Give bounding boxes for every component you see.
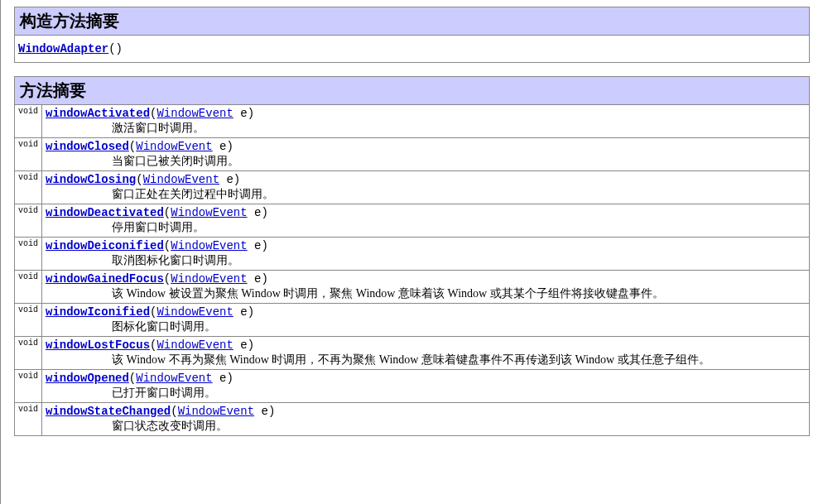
method-link[interactable]: windowIconified [46,305,150,319]
sig-rest: e) [213,140,233,153]
method-summary-section: 方法摘要 voidwindowActivated(WindowEvent e)激… [14,76,810,436]
param-type-link[interactable]: WindowEvent [143,173,219,186]
method-cell: windowOpened(WindowEvent e)已打开窗口时调用。 [42,370,810,403]
return-type: void [15,304,42,337]
table-row: voidwindowGainedFocus(WindowEvent e)该 Wi… [15,271,810,304]
sig-rest: e) [219,173,240,186]
return-type: void [15,370,42,403]
sig-open: ( [171,405,177,418]
sig-rest: e) [248,272,268,286]
sig-open: ( [136,173,142,186]
method-description: 停用窗口时调用。 [46,219,806,235]
param-type-link[interactable]: WindowEvent [136,372,212,385]
sig-rest: e) [233,107,254,120]
sig-open: ( [164,272,171,286]
method-description: 窗口状态改变时调用。 [46,418,806,434]
method-summary-header: 方法摘要 [15,77,810,105]
param-type-link[interactable]: WindowEvent [178,405,254,418]
param-type-link[interactable]: WindowEvent [171,239,247,252]
sig-rest: e) [248,239,268,252]
method-description: 图标化窗口时调用。 [46,319,806,334]
return-type: void [15,138,42,171]
sig-rest: e) [233,338,254,352]
sig-open: ( [129,140,136,153]
return-type: void [15,403,42,436]
sig-open: ( [164,239,171,252]
table-row: voidwindowOpened(WindowEvent e)已打开窗口时调用。 [15,370,810,403]
method-link[interactable]: windowClosing [46,173,136,186]
method-link[interactable]: windowGainedFocus [46,272,164,286]
constructor-summary-section: 构造方法摘要 WindowAdapter() [14,7,810,63]
method-description: 该 Window 不再为聚焦 Window 时调用，不再为聚焦 Window 意… [46,352,806,367]
param-type-link[interactable]: WindowEvent [156,107,233,120]
method-description: 该 Window 被设置为聚焦 Window 时调用，聚焦 Window 意味着… [46,286,806,301]
table-row: voidwindowStateChanged(WindowEvent e)窗口状… [15,403,810,436]
method-link[interactable]: windowDeactivated [46,206,164,219]
method-link[interactable]: windowStateChanged [46,405,171,418]
sig-rest: e) [254,405,275,418]
return-type: void [15,337,42,370]
method-cell: windowActivated(WindowEvent e)激活窗口时调用。 [42,105,810,138]
table-row: voidwindowDeiconified(WindowEvent e)取消图标… [15,238,810,271]
method-cell: windowLostFocus(WindowEvent e)该 Window 不… [42,337,810,370]
method-summary-table: 方法摘要 voidwindowActivated(WindowEvent e)激… [14,76,810,436]
return-type: void [15,105,42,138]
param-type-link[interactable]: WindowEvent [156,305,233,319]
table-row: voidwindowActivated(WindowEvent e)激活窗口时调… [15,105,810,138]
method-cell: windowDeiconified(WindowEvent e)取消图标化窗口时… [42,238,810,271]
method-cell: windowIconified(WindowEvent e)图标化窗口时调用。 [42,304,810,337]
method-link[interactable]: windowOpened [46,372,129,385]
constructor-link[interactable]: WindowAdapter [18,42,108,55]
table-row: WindowAdapter() [15,36,810,63]
method-link[interactable]: windowClosed [46,140,129,153]
table-row: voidwindowClosed(WindowEvent e)当窗口已被关闭时调… [15,138,810,171]
method-description: 激活窗口时调用。 [46,120,806,136]
table-row: voidwindowIconified(WindowEvent e)图标化窗口时… [15,304,810,337]
method-description: 当窗口已被关闭时调用。 [46,153,806,169]
return-type: void [15,238,42,271]
table-row: voidwindowDeactivated(WindowEvent e)停用窗口… [15,204,810,238]
param-type-link[interactable]: WindowEvent [171,272,247,286]
method-link[interactable]: windowLostFocus [46,338,150,352]
sig-open: ( [164,206,171,219]
param-type-link[interactable]: WindowEvent [156,338,233,352]
param-type-link[interactable]: WindowEvent [171,206,247,219]
method-cell: windowDeactivated(WindowEvent e)停用窗口时调用。 [42,204,810,238]
return-type: void [15,171,42,204]
method-cell: windowGainedFocus(WindowEvent e)该 Window… [42,271,810,304]
constructor-summary-header: 构造方法摘要 [15,7,810,36]
sig-open: ( [129,372,136,385]
sig-rest: e) [213,372,233,385]
method-description: 取消图标化窗口时调用。 [46,252,806,268]
return-type: void [15,271,42,304]
table-row: voidwindowClosing(WindowEvent e)窗口正处在关闭过… [15,171,810,204]
method-cell: windowClosed(WindowEvent e)当窗口已被关闭时调用。 [42,138,810,171]
sig-rest: e) [248,206,268,219]
constructor-summary-table: 构造方法摘要 WindowAdapter() [14,7,810,63]
method-description: 窗口正处在关闭过程中时调用。 [46,186,806,202]
return-type: void [15,204,42,238]
method-cell: windowClosing(WindowEvent e)窗口正处在关闭过程中时调… [42,171,810,204]
method-cell: windowStateChanged(WindowEvent e)窗口状态改变时… [42,403,810,436]
method-link[interactable]: windowActivated [46,107,150,120]
param-type-link[interactable]: WindowEvent [136,140,212,153]
method-description: 已打开窗口时调用。 [46,385,806,401]
method-link[interactable]: windowDeiconified [46,239,164,252]
constructor-parens: () [108,42,123,55]
table-row: voidwindowLostFocus(WindowEvent e)该 Wind… [15,337,810,370]
sig-rest: e) [233,305,254,319]
